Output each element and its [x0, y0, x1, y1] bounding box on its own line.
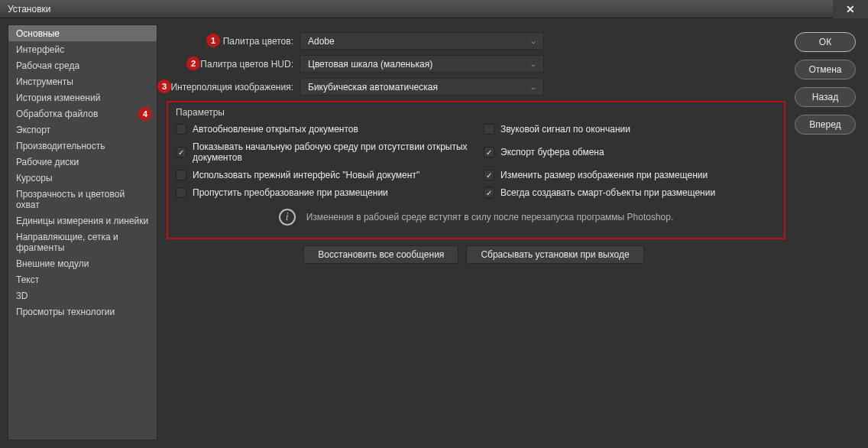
ok-button[interactable]: ОК: [795, 32, 856, 52]
sidebar-item-interface[interactable]: Интерфейс: [8, 41, 157, 57]
sidebar-item-export[interactable]: Экспорт: [8, 122, 157, 138]
dialog-body: Основные Интерфейс Рабочая среда Инструм…: [8, 24, 860, 440]
sidebar-item-label: Обработка файлов: [16, 109, 98, 119]
sidebar-item-tools[interactable]: Инструменты: [8, 73, 157, 89]
reset-warnings-button[interactable]: Восстановить все сообщения: [303, 245, 458, 264]
sidebar-item-transparency[interactable]: Прозрачность и цветовой охват: [8, 186, 157, 213]
select-interpolation[interactable]: Бикубическая автоматическая ⌵: [300, 78, 544, 96]
label-color-picker: Палитра цветов:: [162, 36, 300, 47]
checkbox-label: Показывать начальную рабочую среду при о…: [193, 141, 468, 163]
checkbox-label: Всегда создавать смарт-объекты при разме…: [500, 187, 715, 198]
button-label: Вперед: [809, 119, 840, 130]
sidebar-item-performance[interactable]: Производительность: [8, 138, 157, 154]
checkbox-box: [484, 147, 494, 157]
info-icon: i: [279, 209, 296, 226]
next-button[interactable]: Вперед: [795, 115, 856, 135]
sidebar-item-guides[interactable]: Направляющие, сетка и фрагменты: [8, 229, 157, 255]
select-value: Цветовая шкала (маленькая): [308, 59, 432, 70]
label-hud-picker: Палитра цветов HUD:: [162, 59, 300, 70]
checkbox-box: [484, 170, 494, 180]
checkbox-box: [484, 187, 494, 198]
row-interpolation: 3 Интерполяция изображения: Бикубическая…: [162, 78, 785, 96]
sidebar-item-scratch[interactable]: Рабочие диски: [8, 154, 157, 170]
sidebar-item-label: Текст: [16, 274, 39, 285]
window-title: Установки: [0, 4, 50, 15]
close-icon: ✕: [846, 3, 855, 15]
info-text: Изменения в рабочей среде вступят в силу…: [306, 212, 674, 222]
sidebar-item-label: Основные: [16, 28, 60, 39]
sidebar-item-label: Прозрачность и цветовой охват: [16, 189, 125, 210]
annotation-marker-2: 2: [186, 57, 200, 70]
sidebar-item-label: Направляющие, сетка и фрагменты: [16, 232, 118, 253]
select-value: Бикубическая автоматическая: [308, 82, 438, 93]
checkbox-box: [176, 187, 186, 198]
checkbox-smart-objects[interactable]: Всегда создавать смарт-объекты при разме…: [484, 187, 776, 198]
checkbox-label: Экспорт буфера обмена: [500, 147, 604, 157]
sidebar-item-general[interactable]: Основные: [8, 25, 157, 41]
checkbox-label: Изменить размер изображения при размещен…: [500, 170, 708, 180]
checkbox-skip-transform[interactable]: Пропустить преобразование при размещении: [176, 187, 468, 198]
sidebar-item-label: Интерфейс: [16, 44, 64, 55]
checkbox-label: Звуковой сигнал по окончании: [500, 124, 630, 135]
checkbox-resize-on-place[interactable]: Изменить размер изображения при размещен…: [484, 170, 776, 180]
select-hud-picker[interactable]: Цветовая шкала (маленькая) ⌵: [300, 55, 544, 73]
checkbox-export-clipboard[interactable]: Экспорт буфера обмена: [484, 141, 776, 163]
checkbox-label: Использовать прежний интерфейс "Новый до…: [193, 170, 419, 180]
checkbox-show-start[interactable]: Показывать начальную рабочую среду при о…: [176, 141, 468, 163]
checkbox-label: Пропустить преобразование при размещении: [193, 187, 388, 198]
cancel-button[interactable]: Отмена: [795, 60, 856, 80]
sidebar-item-cursors[interactable]: Курсоры: [8, 170, 157, 186]
button-label: ОК: [819, 37, 831, 47]
titlebar: Установки ✕: [0, 0, 868, 18]
checkbox-label: Автообновление открытых документов: [193, 124, 358, 135]
params-legend: Параметры: [176, 107, 776, 118]
sidebar-item-history[interactable]: История изменений: [8, 89, 157, 106]
checkbox-box: [176, 147, 186, 157]
sidebar-item-label: Рабочие диски: [16, 157, 79, 167]
checkbox-box: [176, 170, 186, 180]
sidebar-item-label: Единицы измерения и линейки: [16, 216, 148, 226]
annotation-marker-4: 4: [138, 107, 152, 121]
sidebar-item-label: Рабочая среда: [16, 60, 79, 71]
chevron-down-icon: ⌵: [531, 83, 536, 91]
reset-on-quit-button[interactable]: Сбрасывать установки при выходе: [466, 245, 643, 264]
row-color-picker: 1 Палитра цветов: Adobe ⌵: [162, 32, 785, 50]
content-panel: 1 Палитра цветов: Adobe ⌵ 2 Палитра цвет…: [162, 24, 785, 440]
select-color-picker[interactable]: Adobe ⌵: [300, 32, 544, 50]
sidebar-item-plugins[interactable]: Внешние модули: [8, 255, 157, 271]
close-button[interactable]: ✕: [833, 0, 868, 18]
sidebar: Основные Интерфейс Рабочая среда Инструм…: [8, 24, 157, 440]
checkbox-auto-update[interactable]: Автообновление открытых документов: [176, 124, 468, 135]
sidebar-item-workspace[interactable]: Рабочая среда: [8, 57, 157, 73]
params-checkboxes: Автообновление открытых документов Звуко…: [176, 124, 776, 198]
footer-buttons: Восстановить все сообщения Сбрасывать ус…: [162, 245, 785, 264]
button-label: Отмена: [808, 64, 841, 75]
sidebar-item-label: Производительность: [16, 141, 105, 151]
row-hud-picker: 2 Палитра цветов HUD: Цветовая шкала (ма…: [162, 55, 785, 73]
sidebar-item-label: 3D: [16, 291, 28, 301]
sidebar-item-filehandling[interactable]: Обработка файлов 4: [8, 106, 157, 122]
checkbox-beep[interactable]: Звуковой сигнал по окончании: [484, 124, 776, 135]
prev-button[interactable]: Назад: [795, 87, 856, 107]
chevron-down-icon: ⌵: [531, 60, 536, 68]
annotation-marker-1: 1: [206, 34, 220, 47]
sidebar-item-3d[interactable]: 3D: [8, 287, 157, 304]
params-group: Параметры Автообновление открытых докуме…: [167, 101, 785, 239]
sidebar-item-tech-previews[interactable]: Просмотры технологии: [8, 304, 157, 320]
sidebar-item-type[interactable]: Текст: [8, 271, 157, 287]
checkbox-box: [484, 124, 494, 135]
sidebar-item-label: Просмотры технологии: [16, 307, 115, 317]
checkbox-box: [176, 124, 186, 135]
annotation-marker-3: 3: [157, 80, 171, 93]
sidebar-item-label: История изменений: [16, 93, 100, 103]
select-value: Adobe: [308, 36, 335, 47]
dialog-buttons-column: ОК Отмена Назад Вперед: [790, 24, 860, 440]
sidebar-item-label: Экспорт: [16, 125, 50, 135]
checkbox-legacy-newdoc[interactable]: Использовать прежний интерфейс "Новый до…: [176, 170, 468, 180]
info-row: i Изменения в рабочей среде вступят в си…: [176, 209, 776, 226]
chevron-down-icon: ⌵: [531, 37, 536, 45]
button-label: Назад: [812, 92, 838, 102]
sidebar-item-units[interactable]: Единицы измерения и линейки: [8, 213, 157, 229]
label-interpolation: Интерполяция изображения:: [162, 82, 300, 93]
sidebar-item-label: Инструменты: [16, 76, 73, 87]
